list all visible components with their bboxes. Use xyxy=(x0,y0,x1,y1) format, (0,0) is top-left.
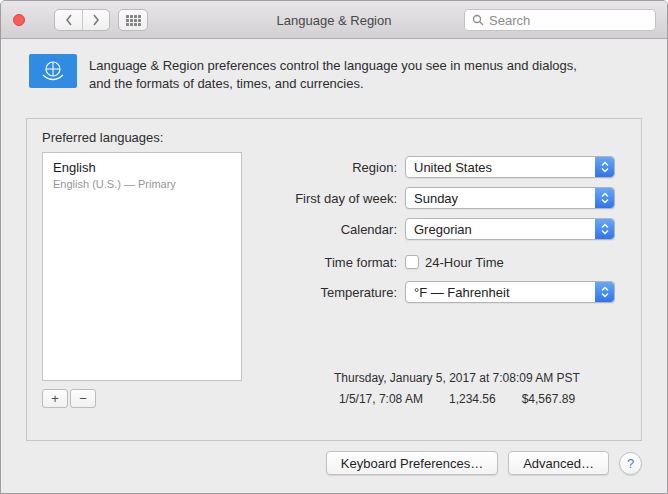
preview-currency: $4,567.89 xyxy=(522,392,575,406)
time-format-row: Time format: 24-Hour Time xyxy=(177,251,637,273)
region-row: Region: United States xyxy=(177,156,637,178)
intro-line-1: Language & Region preferences control th… xyxy=(89,57,577,75)
preview-number: 1,234.56 xyxy=(449,392,496,406)
main-panel: Preferred languages: English English (U.… xyxy=(26,118,642,441)
search-icon xyxy=(472,14,484,26)
search-placeholder: Search xyxy=(489,13,530,28)
dropdown-arrows-icon xyxy=(595,157,614,177)
keyboard-preferences-button[interactable]: Keyboard Preferences… xyxy=(326,451,498,475)
list-edit-buttons: + − xyxy=(42,389,96,408)
temperature-row: Temperature: °F — Fahrenheit xyxy=(177,281,637,303)
time-format-control: 24-Hour Time xyxy=(405,255,504,270)
temperature-label: Temperature: xyxy=(177,285,397,300)
first-day-row: First day of week: Sunday xyxy=(177,187,637,209)
region-dropdown[interactable]: United States xyxy=(405,156,615,178)
forward-button[interactable] xyxy=(82,10,109,30)
grid-icon xyxy=(126,15,141,26)
search-field[interactable]: Search xyxy=(464,9,656,31)
dropdown-arrows-icon xyxy=(595,188,614,208)
dropdown-arrows-icon xyxy=(595,219,614,239)
remove-language-button[interactable]: − xyxy=(70,389,96,408)
calendar-dropdown[interactable]: Gregorian xyxy=(405,218,615,240)
back-button[interactable] xyxy=(55,10,82,30)
calendar-label: Calendar: xyxy=(177,222,397,237)
calendar-row: Calendar: Gregorian xyxy=(177,218,637,240)
chevron-right-icon xyxy=(92,14,100,26)
first-day-dropdown[interactable]: Sunday xyxy=(405,187,615,209)
help-button[interactable]: ? xyxy=(619,452,642,475)
footer-actions: Keyboard Preferences… Advanced… ? xyxy=(326,451,642,475)
chevron-left-icon xyxy=(65,14,73,26)
format-preview: Thursday, January 5, 2017 at 7:08:09 AM … xyxy=(277,371,637,406)
preview-samples: 1/5/17, 7:08 AM 1,234.56 $4,567.89 xyxy=(277,392,637,406)
advanced-button[interactable]: Advanced… xyxy=(508,451,609,475)
first-day-value: Sunday xyxy=(406,191,458,206)
preview-short-date: 1/5/17, 7:08 AM xyxy=(339,392,423,406)
intro-description: Language & Region preferences control th… xyxy=(89,57,577,93)
dropdown-arrows-icon xyxy=(595,282,614,302)
preview-full-date: Thursday, January 5, 2017 at 7:08:09 AM … xyxy=(277,371,637,385)
show-all-button[interactable] xyxy=(118,9,148,31)
24-hour-checkbox[interactable] xyxy=(405,255,419,269)
temperature-dropdown[interactable]: °F — Fahrenheit xyxy=(405,281,615,303)
first-day-label: First day of week: xyxy=(177,191,397,206)
region-label: Region: xyxy=(177,160,397,175)
navigation-buttons xyxy=(54,9,110,31)
intro-line-2: and the formats of dates, times, and cur… xyxy=(89,75,577,93)
time-format-label: Time format: xyxy=(177,255,397,270)
preferred-languages-label: Preferred languages: xyxy=(42,130,163,145)
region-value: United States xyxy=(406,160,492,175)
calendar-value: Gregorian xyxy=(406,222,472,237)
temperature-value: °F — Fahrenheit xyxy=(406,285,510,300)
close-button[interactable] xyxy=(13,14,25,26)
24-hour-label: 24-Hour Time xyxy=(425,255,504,270)
add-language-button[interactable]: + xyxy=(42,389,68,408)
preferences-window: Language & Region Search Language & Regi… xyxy=(0,0,668,494)
titlebar: Language & Region Search xyxy=(1,1,667,39)
un-flag-icon xyxy=(29,54,77,88)
